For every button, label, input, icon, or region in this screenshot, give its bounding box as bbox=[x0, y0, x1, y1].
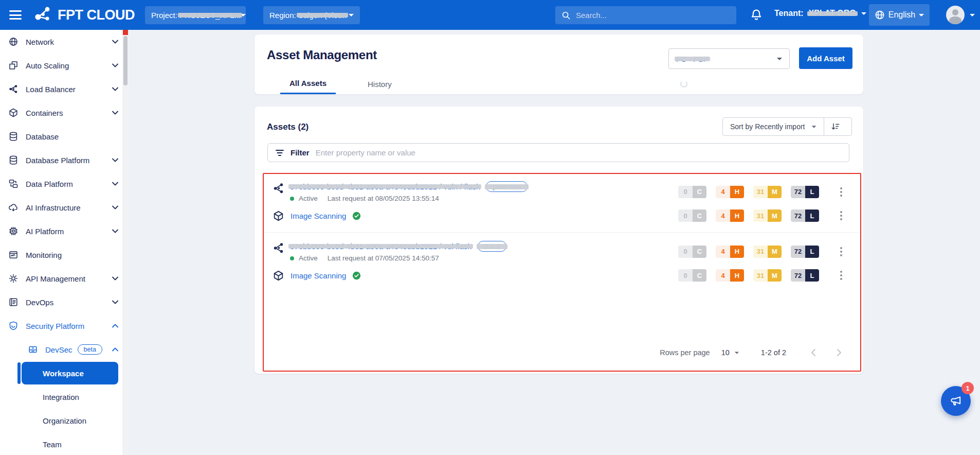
auto-scaling-icon bbox=[8, 60, 19, 71]
sidebar-item-monitoring[interactable]: Monitoring bbox=[0, 243, 129, 267]
sidebar-item-api-management[interactable]: API Management bbox=[0, 267, 129, 290]
sidebar-item-label: Monitoring bbox=[26, 251, 118, 259]
kebab-menu-icon[interactable] bbox=[837, 210, 846, 221]
image-scanning-link[interactable]: Image Scanning bbox=[291, 271, 346, 280]
sidebar-item-label: Security Platform bbox=[26, 322, 112, 330]
search-input[interactable] bbox=[576, 11, 730, 20]
project-selector[interactable]: Project: PROJECT_XPL... bbox=[145, 6, 246, 24]
chevron-down-icon bbox=[777, 58, 782, 60]
asset-name-link[interactable]: 876bb099-bc8d-4b31-a96a-a434eaeb2921 / v… bbox=[290, 182, 480, 191]
devsec-icon bbox=[28, 344, 38, 355]
database-icon bbox=[8, 155, 19, 165]
severity-critical-badge: 0C bbox=[678, 269, 706, 282]
image-scanning-link[interactable]: Image Scanning bbox=[291, 212, 346, 220]
brand-logo[interactable]: FPT CLOUD bbox=[33, 5, 135, 25]
sort-order-button[interactable] bbox=[824, 122, 847, 131]
project-value: PROJECT_XPL... bbox=[179, 11, 241, 20]
user-menu[interactable] bbox=[946, 6, 975, 24]
last-request-text: Last request at 08/05/2025 13:55:14 bbox=[328, 195, 439, 202]
hamburger-menu-icon[interactable] bbox=[9, 10, 22, 20]
shield-icon bbox=[8, 321, 19, 331]
scrollbar-marker bbox=[123, 30, 128, 35]
top-navigation-bar: FPT CLOUD Project: PROJECT_XPL... Region… bbox=[0, 0, 980, 30]
chevron-up-icon bbox=[112, 324, 118, 328]
tab-history[interactable]: History bbox=[358, 74, 401, 94]
check-circle-icon bbox=[352, 271, 361, 280]
sidebar-item-ai-infrastructure[interactable]: AI Infrastructure bbox=[0, 196, 129, 219]
previous-page-button[interactable] bbox=[807, 346, 820, 359]
annotation-red-box: 876bb099-bc8d-4b31-a96a-a434eaeb2921 / v… bbox=[263, 173, 861, 372]
chevron-down-icon bbox=[735, 352, 739, 354]
sidebar-item-ai-platform[interactable]: AI Platform bbox=[0, 219, 129, 243]
sidebar-item-workspace[interactable]: Workspace bbox=[0, 361, 129, 385]
tenant-selector[interactable]: Tenant: XPLAT ORG bbox=[774, 9, 866, 18]
kebab-menu-icon[interactable] bbox=[837, 270, 846, 281]
fpt-cloud-logo-icon bbox=[33, 5, 53, 25]
sidebar-item-label: DevSec bbox=[45, 345, 72, 354]
language-selector[interactable]: English bbox=[869, 4, 930, 26]
cloud-icon bbox=[8, 202, 19, 213]
main-content: Asset Management FC - FSP Add Asset All … bbox=[129, 30, 980, 455]
filter-icon bbox=[275, 149, 284, 157]
notification-bell-icon[interactable] bbox=[750, 8, 763, 22]
database-icon bbox=[8, 131, 19, 142]
severity-high-badge: 4H bbox=[716, 186, 744, 198]
severity-low-badge: 72L bbox=[791, 246, 819, 258]
asset-name-link[interactable]: 876bb099-bc8d-4b31-a96a-a434eaeb2921 / v… bbox=[290, 242, 471, 251]
sidebar-item-organization[interactable]: Organization bbox=[0, 409, 129, 432]
sidebar-item-auto-scaling[interactable]: Auto Scaling bbox=[0, 54, 129, 77]
sidebar-item-devops[interactable]: DevOps bbox=[0, 290, 129, 314]
image-scanning-row: Image Scanning 0C 4H 31M 72L bbox=[264, 203, 860, 227]
region-selector[interactable]: Region: Saigon (Viet... bbox=[263, 6, 360, 24]
sidebar-item-label: Database Platform bbox=[26, 156, 112, 165]
add-asset-button[interactable]: Add Asset bbox=[799, 47, 852, 69]
asset-group: 876bb099-bc8d-4b31-a96a-a434eaeb2921 / v… bbox=[264, 174, 860, 230]
search-icon bbox=[561, 11, 571, 20]
sidebar-item-load-balancer[interactable]: Load Balancer bbox=[0, 77, 129, 101]
kebab-menu-icon[interactable] bbox=[837, 246, 846, 257]
sidebar-item-devsec[interactable]: DevSec beta bbox=[0, 338, 129, 361]
assets-panel: Assets (2) Sort by Recently import Filte… bbox=[255, 107, 863, 374]
announcements-fab[interactable]: 1 bbox=[941, 386, 971, 416]
sidebar-item-network[interactable]: Network bbox=[0, 30, 129, 54]
tenant-value: XPLAT ORG bbox=[809, 9, 856, 18]
sidebar-item-database-platform[interactable]: Database Platform bbox=[0, 148, 129, 172]
rows-per-page-select[interactable]: 10 bbox=[721, 348, 739, 357]
next-page-button[interactable] bbox=[832, 346, 846, 359]
megaphone-icon bbox=[949, 394, 963, 408]
sidebar-item-database[interactable]: Database bbox=[0, 125, 129, 148]
filter-bar[interactable]: Filter bbox=[267, 143, 849, 162]
sort-select[interactable]: Sort by Recently import bbox=[723, 122, 805, 131]
sidebar-item-label: Database bbox=[26, 132, 118, 141]
page-title: Asset Management bbox=[267, 48, 377, 62]
severity-medium-badge: 31M bbox=[753, 209, 782, 222]
gear-icon bbox=[8, 273, 19, 284]
tab-all-assets[interactable]: All Assets bbox=[280, 74, 336, 94]
severity-high-badge: 4H bbox=[716, 246, 744, 258]
sidebar-scrollbar[interactable] bbox=[122, 30, 129, 455]
severity-high-badge: 4H bbox=[716, 269, 744, 282]
beta-badge: beta bbox=[78, 344, 102, 355]
chevron-down-icon bbox=[112, 111, 118, 115]
asset-type-badge[interactable]: plain-text bbox=[486, 181, 528, 192]
filter-input[interactable] bbox=[316, 148, 842, 157]
asset-version-badge[interactable]: 2.2.3 bbox=[478, 241, 506, 252]
sidebar-item-containers[interactable]: Containers bbox=[0, 101, 129, 125]
data-platform-icon bbox=[8, 179, 19, 189]
search-box[interactable] bbox=[555, 6, 736, 24]
sidebar-item-team[interactable]: Team bbox=[0, 432, 129, 455]
assets-panel-title: Assets (2) bbox=[267, 122, 308, 132]
sidebar-item-integration[interactable]: Integration bbox=[0, 385, 129, 409]
check-circle-icon bbox=[352, 212, 361, 220]
devops-icon bbox=[8, 297, 19, 307]
chevron-down-icon bbox=[112, 182, 118, 186]
kebab-menu-icon[interactable] bbox=[837, 186, 846, 198]
scope-select[interactable]: FC - FSP bbox=[668, 48, 790, 69]
sidebar-item-label: Integration bbox=[43, 393, 79, 401]
scrollbar-thumb[interactable] bbox=[123, 36, 128, 85]
severity-critical-badge: 0C bbox=[678, 209, 706, 222]
sidebar-item-data-platform[interactable]: Data Platform bbox=[0, 172, 129, 196]
asset-row: 876bb099-bc8d-4b31-a96a-a434eaeb2921 / v… bbox=[264, 238, 860, 263]
sidebar-item-security-platform[interactable]: Security Platform bbox=[0, 314, 129, 338]
globe-icon bbox=[8, 37, 19, 47]
